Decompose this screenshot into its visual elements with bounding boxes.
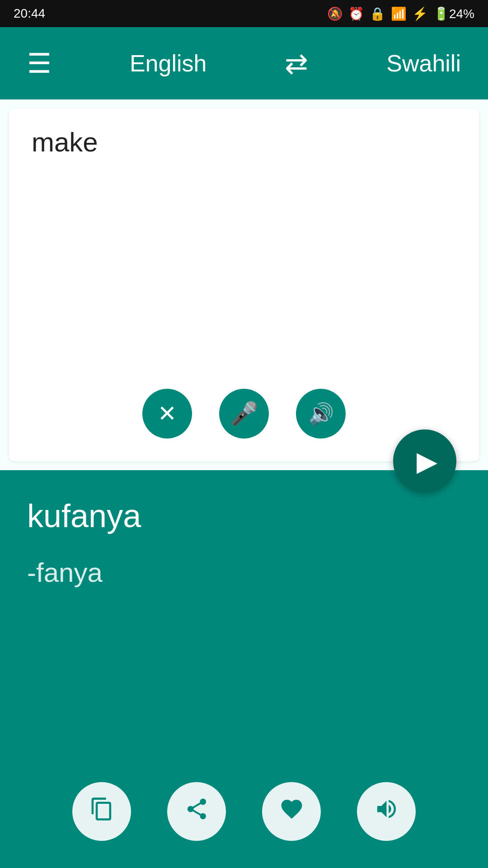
- favorite-button[interactable]: [262, 782, 321, 841]
- alarm-icon: ⏰: [348, 6, 364, 21]
- translate-fab-button[interactable]: ▶: [393, 429, 456, 493]
- input-card: make 🎤 🔊 ▶: [9, 108, 479, 461]
- swap-languages-icon[interactable]: ⇄: [285, 47, 308, 80]
- source-language[interactable]: English: [130, 50, 207, 77]
- menu-icon[interactable]: [27, 47, 52, 79]
- status-bar: 20:44 🔕 ⏰ 🔒 📶 ⚡ 🔋24%: [0, 0, 488, 27]
- toolbar: English ⇄ Swahili: [0, 27, 488, 99]
- lock-icon: 🔒: [370, 6, 385, 21]
- copy-icon: [89, 797, 114, 827]
- microphone-button[interactable]: 🎤: [219, 389, 269, 439]
- input-section: make 🎤 🔊 ▶: [0, 99, 488, 470]
- share-icon: [184, 797, 209, 827]
- send-icon: ▶: [417, 445, 437, 477]
- status-icons: 🔕 ⏰ 🔒 📶 ⚡ 🔋24%: [327, 6, 474, 21]
- output-section: kufanya -fanya: [0, 470, 488, 868]
- share-button[interactable]: [167, 782, 226, 841]
- clear-icon: [158, 401, 177, 427]
- clear-button[interactable]: [142, 389, 192, 439]
- target-language[interactable]: Swahili: [386, 50, 461, 77]
- speak-source-button[interactable]: 🔊: [296, 389, 346, 439]
- heart-icon: [279, 797, 304, 827]
- input-action-bar: 🎤 🔊: [142, 389, 346, 439]
- output-action-bar: [72, 782, 416, 841]
- copy-button[interactable]: [72, 782, 131, 841]
- signal-icon: 📶: [391, 6, 407, 21]
- secondary-translation: -fanya: [27, 557, 461, 588]
- status-time: 20:44: [14, 6, 45, 21]
- notification-icon: 🔕: [327, 6, 343, 21]
- charging-icon: ⚡: [412, 6, 428, 21]
- mic-icon: 🎤: [230, 401, 258, 427]
- volume-output-icon: [374, 797, 399, 827]
- speak-output-button[interactable]: [357, 782, 416, 841]
- battery-icon: 🔋24%: [433, 6, 474, 21]
- primary-translation: kufanya: [27, 497, 461, 534]
- volume-icon: 🔊: [308, 401, 334, 426]
- source-text-input[interactable]: make: [32, 127, 456, 389]
